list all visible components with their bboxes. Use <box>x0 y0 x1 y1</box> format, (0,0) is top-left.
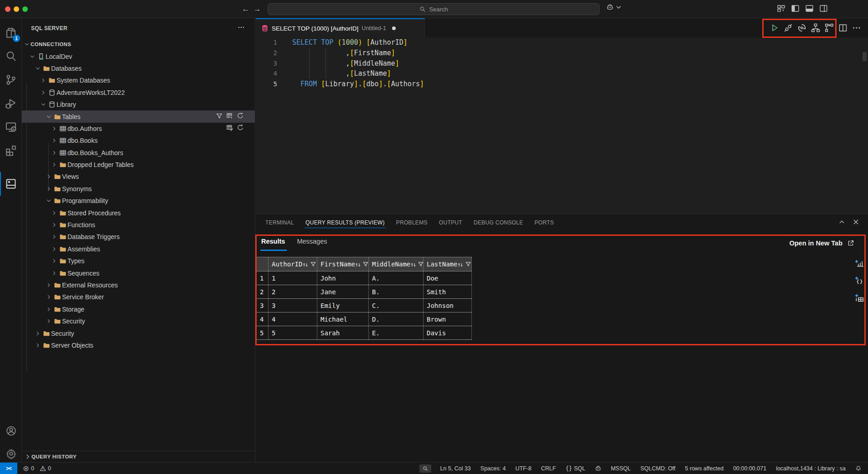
grid-header-cell[interactable]: FirstName↑↓ <box>317 257 369 271</box>
results-view-tab-results[interactable]: Results <box>261 238 285 247</box>
estimated-plan-button[interactable] <box>811 22 821 33</box>
chevron-right-icon[interactable] <box>50 257 58 265</box>
code-line-5[interactable]: 5 FROM [Library].[dbo].[Authors] <box>256 79 868 89</box>
chevron-right-icon[interactable] <box>45 281 52 289</box>
chevron-right-icon[interactable] <box>50 125 58 132</box>
tree-item-databases[interactable]: Databases <box>22 63 255 74</box>
show-chart-button[interactable] <box>854 258 865 268</box>
chevron-right-icon[interactable] <box>45 185 52 193</box>
chevron-right-icon[interactable] <box>50 221 58 229</box>
tree-item-localdev[interactable]: LocalDev <box>22 50 255 62</box>
tree-item-tables[interactable]: Tables <box>22 110 255 122</box>
panel-tab-terminal[interactable]: TERMINAL <box>264 215 295 229</box>
code-line-4[interactable]: 4 ,[LastName] <box>256 68 868 79</box>
edit-data-button[interactable] <box>226 124 233 133</box>
status-connection[interactable]: localhost,1434 : Library : sa <box>775 465 847 472</box>
sort-icon[interactable]: ↑↓ <box>410 261 415 268</box>
zoom-window-button[interactable] <box>22 6 28 12</box>
new-table-button[interactable] <box>226 112 233 121</box>
chevron-right-icon[interactable] <box>50 161 58 168</box>
activity-item-search[interactable] <box>0 45 22 67</box>
chevron-down-icon[interactable] <box>34 65 41 72</box>
activity-item-remote-explorer[interactable] <box>0 116 22 138</box>
tree-item-sequences[interactable]: Sequences <box>22 267 255 279</box>
customize-layout-button[interactable] <box>777 4 785 14</box>
maximize-panel-button[interactable] <box>838 218 846 227</box>
panel-tab-ports[interactable]: PORTS <box>534 215 555 229</box>
filter-icon[interactable] <box>465 261 471 267</box>
panel-tab-output[interactable]: OUTPUT <box>438 215 463 229</box>
tree-item-external-resources[interactable]: External Resources <box>22 279 255 291</box>
chevron-right-icon[interactable] <box>34 342 41 349</box>
minimize-window-button[interactable] <box>14 6 19 12</box>
chevron-right-icon[interactable] <box>39 77 47 84</box>
activity-item-settings[interactable] <box>0 443 22 464</box>
tree-item-dbo-authors[interactable]: dbo.Authors <box>22 123 255 135</box>
disconnect-button[interactable] <box>783 22 793 33</box>
status-zoom[interactable] <box>419 464 431 473</box>
status-errors[interactable]: 0 <box>22 465 35 472</box>
sort-icon[interactable]: ↑↓ <box>302 261 307 268</box>
code-editor[interactable]: 1SELECT TOP (1000) [AuthorID]2 ,[FirstNa… <box>256 37 868 89</box>
tree-item-dbo-books[interactable]: dbo.Books <box>22 135 255 146</box>
chevron-down-icon[interactable] <box>28 53 36 60</box>
results-view-tab-messages[interactable]: Messages <box>297 238 327 247</box>
chevron-down-icon[interactable] <box>45 113 52 120</box>
filter-icon[interactable] <box>362 261 369 267</box>
chevron-right-icon[interactable] <box>45 306 52 313</box>
chevron-right-icon[interactable] <box>34 330 41 337</box>
activity-item-accounts[interactable] <box>0 420 22 442</box>
save-as-json-button[interactable] <box>854 275 865 285</box>
tree-item-library[interactable]: Library <box>22 99 255 110</box>
status-query-time[interactable]: 00:00:00.071 <box>732 465 767 472</box>
tree-item-connections[interactable]: CONNECTIONS <box>22 38 255 50</box>
status-cursor-position[interactable]: Ln 5, Col 33 <box>439 465 471 472</box>
sort-icon[interactable]: ↑↓ <box>355 261 360 268</box>
panel-tab-problems[interactable]: PROBLEMS <box>395 215 429 229</box>
tree-item-database-triggers[interactable]: Database Triggers <box>22 231 255 243</box>
navigate-forward-button[interactable]: → <box>252 4 263 15</box>
status-encoding[interactable]: UTF-8 <box>514 465 532 472</box>
grid-header-cell[interactable]: MiddleName↑↓ <box>369 257 424 271</box>
refresh-button[interactable] <box>237 124 244 133</box>
activity-item-extensions[interactable] <box>0 140 22 161</box>
close-panel-button[interactable] <box>852 218 860 227</box>
chevron-down-icon[interactable] <box>39 101 47 108</box>
tree-item-storage[interactable]: Storage <box>22 303 255 315</box>
tree-item-security[interactable]: Security <box>22 327 255 339</box>
grid-header-cell[interactable]: LastName↑↓ <box>424 257 472 271</box>
filter-button[interactable] <box>216 112 223 121</box>
tree-item-service-broker[interactable]: Service Broker <box>22 291 255 303</box>
refresh-button[interactable] <box>237 112 244 121</box>
activity-item-source-control[interactable] <box>0 69 22 91</box>
toggle-sqlcmd-button[interactable] <box>824 22 834 33</box>
chevron-down-icon[interactable] <box>45 197 52 204</box>
filter-icon[interactable] <box>418 261 424 267</box>
activity-item-explorer[interactable]: 1 <box>0 22 22 44</box>
tree-item-security[interactable]: Security <box>22 315 255 327</box>
chevron-right-icon[interactable] <box>39 89 47 96</box>
activity-item-sql-server[interactable] <box>0 173 22 195</box>
chevron-right-icon[interactable] <box>50 149 58 156</box>
code-line-3[interactable]: 3 ,[MiddleName] <box>256 58 868 68</box>
tree-item-views[interactable]: Views <box>22 171 255 182</box>
status-language-mode[interactable]: {}SQL <box>564 465 586 472</box>
save-as-csv-button[interactable] <box>854 292 865 302</box>
status-warnings[interactable]: 0 <box>39 465 52 472</box>
status-copilot[interactable] <box>594 465 602 472</box>
filter-icon[interactable] <box>310 261 316 267</box>
tree-item-stored-procedures[interactable]: Stored Procedures <box>22 207 255 219</box>
status-notifications[interactable] <box>854 465 863 472</box>
dirty-indicator[interactable] <box>392 26 396 30</box>
status-rows-affected[interactable]: 5 rows affected <box>684 465 725 472</box>
code-line-2[interactable]: 2 ,[FirstName] <box>256 48 868 58</box>
remote-indicator[interactable]: >< <box>0 463 17 474</box>
run-query-button[interactable] <box>770 22 780 33</box>
status-mssql-provider[interactable]: MSSQL <box>610 465 632 472</box>
copilot-menu[interactable] <box>606 4 622 11</box>
more-actions-button[interactable] <box>852 22 862 33</box>
activity-item-run-and-debug[interactable] <box>0 93 22 115</box>
chevron-right-icon[interactable] <box>50 233 58 240</box>
tree-item-assemblies[interactable]: Assemblies <box>22 243 255 255</box>
navigate-back-button[interactable]: ← <box>240 4 251 15</box>
